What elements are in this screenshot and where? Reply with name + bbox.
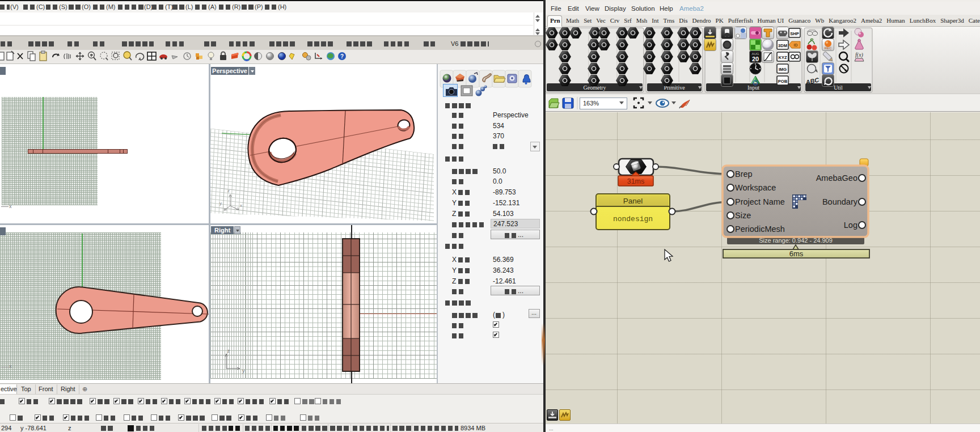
svg-text:Workspace: Workspace [735, 183, 776, 192]
svg-text:ID: ID [794, 43, 798, 47]
svg-text:SHP: SHP [790, 31, 799, 36]
svg-text:x: x [240, 203, 242, 208]
svg-text:PeriodicMesh: PeriodicMesh [735, 225, 785, 234]
svg-text:?: ? [340, 53, 344, 60]
svg-text:Brep: Brep [735, 170, 753, 179]
svg-text:Log: Log [844, 221, 858, 230]
svg-text:y: y [219, 201, 222, 206]
svg-text:AmebaGeo: AmebaGeo [816, 173, 858, 183]
svg-text:Size: Size [735, 211, 751, 220]
svg-text:KYZ: KYZ [779, 55, 787, 60]
svg-text:y: y [242, 368, 245, 374]
svg-text:Util: Util [834, 84, 843, 91]
svg-text:REC: REC [825, 46, 832, 50]
svg-text:z: z [227, 188, 230, 193]
svg-text:20: 20 [752, 56, 759, 62]
svg-text:POB: POB [778, 79, 788, 84]
svg-text:6ms: 6ms [789, 249, 804, 258]
svg-text:3DM: 3DM [778, 43, 787, 48]
svg-text:f(x): f(x) [855, 52, 864, 58]
svg-text:IMG: IMG [779, 67, 787, 72]
svg-text:31ms: 31ms [627, 177, 645, 185]
svg-text:Boundary: Boundary [822, 197, 858, 206]
svg-text:Input: Input [747, 84, 759, 91]
svg-text:Panel: Panel [623, 197, 643, 205]
svg-text:Project Name: Project Name [735, 197, 785, 206]
svg-text:Size range: 0.942 - 24.909: Size range: 0.942 - 24.909 [759, 237, 833, 244]
svg-text:nondesign: nondesign [613, 215, 653, 223]
svg-text:z: z [227, 348, 230, 354]
